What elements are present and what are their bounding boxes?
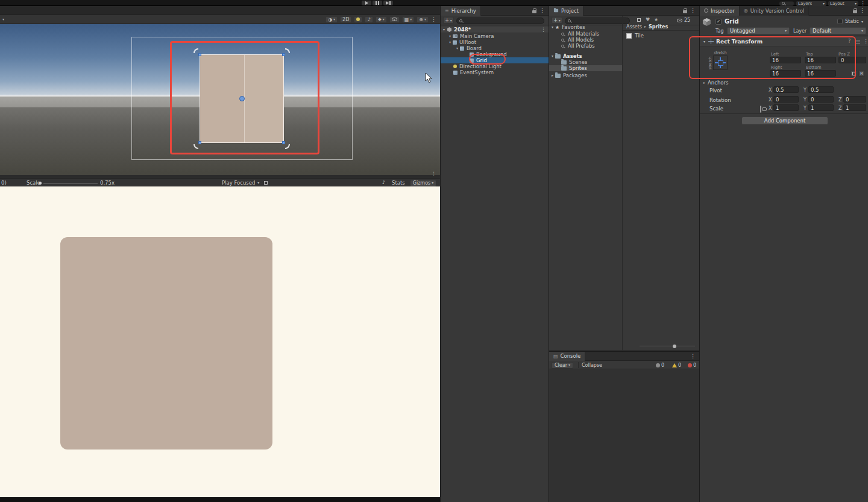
stats-button[interactable]: Stats [392,180,405,186]
scene-lighting-toggle[interactable] [354,16,362,23]
tab-hierarchy[interactable]: ≡ Hierarchy [441,6,481,16]
save-search-icon[interactable]: ★ [654,17,658,22]
hierarchy-item-main-camera[interactable]: ▾ Main Camera [441,33,549,39]
foldout-icon[interactable]: ▾ [703,40,705,43]
top-input[interactable]: 16 [805,57,836,63]
gizmos-button[interactable]: Gizmos ▾ [410,180,436,186]
foldout-icon[interactable]: ▾ [443,28,445,31]
layout-dropdown[interactable]: Layout▾ [828,1,858,6]
rect-transform-header[interactable]: ▾ Rect Transform ? ⋮ [700,37,868,46]
kebab-menu-icon[interactable]: ⋮ [860,1,866,6]
query-all-models[interactable]: All Models [549,37,622,43]
folder-assets[interactable]: ▾ Assets [549,53,622,59]
asset-item-tile[interactable]: Tile [623,32,700,39]
folder-sprites[interactable]: Sprites [549,65,622,71]
kebab-menu-icon[interactable]: ⋮ [541,27,546,33]
2d-toggle-button[interactable]: 2D [340,16,351,23]
foldout-icon[interactable]: ▾ [552,25,553,29]
screenshot-icon[interactable] [264,181,268,185]
collapse-toggle[interactable]: Collapse [582,363,602,368]
hierarchy-item-eventsystem[interactable]: EventSystem [441,69,549,75]
hierarchy-item-uiroot[interactable]: ▾ UIRoot [441,39,549,45]
tool-dropdown-icon[interactable]: ▾ [2,17,4,21]
static-checkbox[interactable] [837,19,843,24]
anchors-foldout[interactable]: ▸ Anchors [703,80,728,86]
folder-packages[interactable]: ▸ Packages [549,72,622,78]
rotation-x-input[interactable]: 0 [773,96,799,103]
help-icon[interactable]: ? [848,39,851,44]
hierarchy-item-board[interactable]: ▾ Board [441,45,549,51]
tab-project[interactable]: Project [549,6,583,16]
lock-icon[interactable] [853,10,857,13]
foldout-icon[interactable]: ▾ [449,40,451,44]
gameobject-name-field[interactable]: Grid [725,18,739,25]
hierarchy-item-background[interactable]: Background [441,51,549,57]
hierarchy-item-directional-light[interactable]: Directional Light [441,63,549,69]
breadcrumb-assets[interactable]: Assets [626,24,642,30]
posz-input[interactable]: 0 [838,57,866,63]
anchor-preset-button[interactable] [713,56,728,70]
rotation-z-input[interactable]: 0 [843,96,866,103]
favorites-search-icon[interactable]: ♥ [646,17,650,22]
left-input[interactable]: 16 [770,57,801,63]
step-button[interactable] [383,1,393,5]
scale-y-input[interactable]: 1 [808,104,834,111]
tab-inspector[interactable]: Inspector [700,6,740,16]
favorites-row[interactable]: ▾ ★ Favorites [549,24,622,30]
bottom-input[interactable]: 16 [805,70,836,77]
raw-edit-mode-button[interactable]: R [858,70,865,77]
rotation-y-input[interactable]: 0 [808,96,834,103]
project-search-input[interactable] [565,17,630,24]
pause-button[interactable] [373,1,382,5]
scene-viewport[interactable] [0,24,440,175]
mute-audio-icon[interactable]: ♪ [382,180,385,185]
foldout-icon[interactable]: ▾ [449,34,451,38]
search-by-type-icon[interactable] [637,18,641,22]
hidden-objects-toggle[interactable] [389,16,400,23]
right-input[interactable]: 16 [770,70,801,77]
active-checkbox[interactable]: ✓ [715,19,722,25]
link-scale-icon[interactable] [760,106,761,113]
corner-handle[interactable] [198,53,201,56]
clear-button[interactable]: Clear ▾ [552,362,573,369]
kebab-menu-icon[interactable]: ⋮ [863,39,868,44]
corner-handle[interactable] [282,53,285,56]
gizmos-dropdown[interactable]: ⊕ ▾ [417,16,429,23]
pivot-y-input[interactable]: 0.5 [808,86,834,93]
breadcrumb-sprites[interactable]: Sprites [649,24,668,30]
game-viewport[interactable] [0,186,440,497]
warning-count[interactable]: 0 [672,363,681,368]
blueprint-mode-button[interactable] [851,70,857,77]
create-asset-button[interactable]: + ▾ [552,17,562,24]
folder-scenes[interactable]: Scenes [549,59,622,65]
toolbar-search-input[interactable] [779,1,794,6]
kebab-menu-icon[interactable]: ⋮ [539,8,545,13]
static-dropdown-icon[interactable]: ▾ [861,20,863,24]
scene-effects-dropdown[interactable]: ◆ ▾ [376,16,386,23]
hierarchy-search-input[interactable] [456,17,544,24]
game-menu-kebab-icon[interactable]: ⋮ [431,171,436,177]
tab-unity-version-control[interactable]: ◎ Unity Version Control [740,6,810,16]
presets-icon[interactable] [855,40,860,43]
layer-dropdown[interactable]: Default ▾ [810,27,866,34]
hierarchy-item-grid[interactable]: Grid [441,57,549,63]
scale-slider-track[interactable] [43,183,98,183]
foldout-icon[interactable]: ▾ [456,46,458,50]
foldout-icon[interactable]: ▸ [552,74,553,77]
scene-board-object[interactable] [200,54,284,143]
thumbnail-size-slider-knob[interactable] [673,345,676,348]
error-count[interactable]: 0 [688,363,696,368]
info-count[interactable]: 0 [656,363,664,368]
lock-icon[interactable] [532,10,536,13]
scale-x-input[interactable]: 1 [773,104,799,111]
pivot-x-input[interactable]: 0.5 [773,86,799,93]
scale-slider-knob[interactable] [39,182,42,185]
project-splitter[interactable] [622,16,623,351]
pivot-handle[interactable] [239,96,245,101]
scene-audio-toggle[interactable]: ♪ [365,16,373,23]
scene-row[interactable]: ▾ 2048* ⋮ [441,27,549,33]
layers-dropdown[interactable]: Layers▾ [796,1,826,6]
query-all-materials[interactable]: All Materials [549,31,622,37]
corner-handle[interactable] [198,141,201,144]
kebab-menu-icon[interactable]: ⋮ [860,8,865,13]
